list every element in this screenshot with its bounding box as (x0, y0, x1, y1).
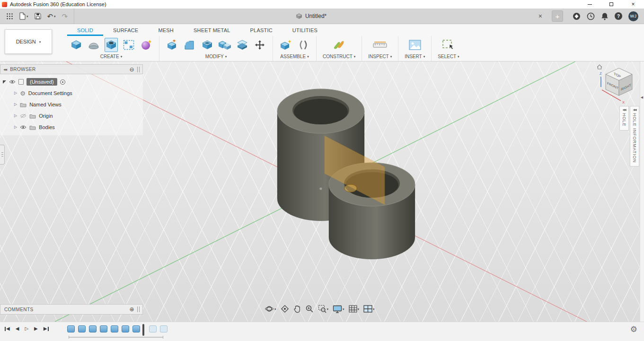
tab-utilities[interactable]: UTILITIES (282, 25, 327, 36)
modify-dropdown[interactable]: MODIFY▾ (205, 54, 227, 59)
skip-to-start-button[interactable]: ◀ (5, 326, 10, 331)
select-dropdown[interactable]: SELECT▾ (438, 54, 459, 59)
browser-header[interactable]: ◀◀ BROWSER ⊖ (0, 64, 143, 74)
revolve-icon[interactable] (87, 38, 100, 52)
timeline-feature-marker[interactable] (89, 325, 97, 332)
expand-caret-icon[interactable]: ▷ (14, 125, 17, 129)
expand-caret-icon[interactable]: ▷ (14, 114, 17, 118)
tab-surface[interactable]: SURFACE (103, 25, 148, 36)
timeline-feature-marker[interactable] (100, 325, 107, 332)
new-component-icon[interactable] (279, 38, 292, 52)
form-icon[interactable] (140, 38, 153, 52)
hole-icon[interactable] (105, 38, 118, 52)
job-status-clock-icon[interactable] (587, 12, 595, 20)
timeline-feature-marker[interactable] (67, 325, 75, 332)
visibility-off-eye-icon[interactable] (20, 114, 26, 118)
extrude-icon[interactable] (70, 38, 83, 52)
timeline-settings-gear-icon[interactable]: ⚙ (630, 325, 637, 333)
panel-grip-icon[interactable] (137, 67, 140, 72)
redo-button[interactable]: ↷ (62, 13, 68, 20)
save-button[interactable] (35, 13, 41, 19)
expand-caret-icon[interactable]: ▷ (14, 91, 17, 95)
panel-resize-grip[interactable] (0, 145, 5, 165)
zoom-icon[interactable] (304, 304, 315, 314)
press-pull-icon[interactable] (166, 38, 179, 52)
skip-to-end-button[interactable]: ▶ (44, 326, 49, 331)
origin-point[interactable] (319, 187, 322, 190)
fillet-icon[interactable] (183, 38, 196, 52)
document-name-chip[interactable]: (Unsaved) (26, 78, 57, 86)
measure-icon[interactable] (373, 38, 387, 52)
expand-circle-icon[interactable]: ⊕ (130, 306, 134, 312)
viewcube-home-icon[interactable] (597, 65, 602, 69)
tab-mesh[interactable]: MESH (148, 25, 184, 36)
shell-icon[interactable] (201, 38, 214, 52)
visibility-eye-icon[interactable] (9, 79, 16, 84)
step-back-button[interactable]: ◀ (16, 326, 19, 331)
browser-item-origin[interactable]: ▷ Origin (0, 110, 143, 122)
select-icon[interactable] (442, 38, 455, 52)
timeline-feature-marker[interactable] (122, 325, 129, 332)
extensions-icon[interactable] (573, 12, 581, 20)
document-tab[interactable]: Untitled* × (74, 9, 548, 24)
timeline-zoom-slider[interactable] (69, 337, 163, 338)
close-window-button[interactable]: × (622, 0, 644, 9)
insert-image-icon[interactable] (408, 38, 422, 52)
construction-plane-icon[interactable] (333, 38, 346, 52)
timeline-feature-marker[interactable] (111, 325, 118, 332)
look-at-icon[interactable] (279, 304, 291, 314)
browser-item-document-settings[interactable]: ▷ ⚙ Document Settings (0, 87, 143, 99)
timeline-feature-marker[interactable] (78, 325, 86, 332)
tab-sheet-metal[interactable]: SHEET METAL (184, 25, 240, 36)
hole-information-tab[interactable]: ◀◀ HOLE INFORMATION (630, 106, 639, 166)
timeline-feature-marker[interactable] (160, 325, 168, 332)
comments-bar[interactable]: COMMENTS ⊕ (0, 304, 143, 315)
combine-icon[interactable] (218, 38, 231, 52)
timeline-feature-marker[interactable] (132, 325, 140, 332)
joint-icon[interactable] (297, 38, 310, 52)
viewport-3d[interactable]: TOP FRONT RIGHT Z X ◀ ◀◀ HOLE ◀◀ HOLE IN… (0, 61, 644, 322)
collapse-circle-icon[interactable]: ⊖ (130, 67, 134, 72)
fit-icon[interactable]: ▾ (317, 304, 330, 314)
notifications-bell-icon[interactable] (601, 12, 609, 20)
construct-dropdown[interactable]: CONSTRUCT▾ (323, 54, 355, 59)
inspect-dropdown[interactable]: INSPECT▾ (368, 54, 392, 59)
show-data-panel-button[interactable] (6, 13, 13, 20)
sketch-circle[interactable] (344, 184, 357, 192)
assemble-dropdown[interactable]: ASSEMBLE▾ (280, 54, 309, 59)
tab-solid[interactable]: SOLID (67, 25, 103, 36)
collapse-chevron-icon[interactable]: ◀◀ (3, 68, 7, 71)
file-menu-button[interactable]: ▾ (19, 12, 28, 20)
expand-caret-icon[interactable]: ▷ (14, 103, 17, 106)
orbit-icon[interactable]: ▾ (263, 304, 278, 314)
help-icon[interactable]: ? (615, 12, 622, 20)
new-document-tab-button[interactable]: + (552, 10, 563, 22)
maximize-button[interactable] (600, 0, 622, 9)
play-button[interactable]: ▷ (25, 326, 28, 331)
minimize-button[interactable] (579, 0, 600, 9)
browser-item-bodies[interactable]: ▷ Bodies (0, 122, 143, 133)
expand-panel-chevron-icon[interactable]: ◀ (640, 96, 644, 99)
display-settings-icon[interactable]: ▾ (331, 304, 346, 314)
move-copy-icon[interactable] (253, 38, 266, 52)
timeline-playhead[interactable] (142, 324, 144, 336)
activate-component-radio-icon[interactable] (60, 79, 65, 85)
hole-dialog-tab[interactable]: ◀◀ HOLE (619, 106, 629, 131)
timeline-feature-marker[interactable] (149, 325, 157, 332)
user-avatar[interactable]: WJ (628, 11, 638, 21)
close-tab-icon[interactable]: × (538, 13, 542, 19)
grid-snaps-icon[interactable]: ▾ (347, 304, 361, 314)
create-dropdown[interactable]: CREATE▾ (100, 54, 122, 59)
tab-plastic[interactable]: PLASTIC (240, 25, 282, 36)
pan-icon[interactable] (292, 304, 302, 314)
workspace-selector[interactable]: DESIGN ▾ (5, 29, 52, 54)
visibility-eye-icon[interactable] (20, 125, 26, 130)
step-forward-button[interactable]: ▶ (34, 326, 38, 331)
rectangular-pattern-icon[interactable] (122, 38, 135, 52)
undo-button[interactable]: ↶▾ (47, 13, 56, 20)
viewcube[interactable]: TOP FRONT RIGHT Z X (594, 62, 644, 107)
insert-dropdown[interactable]: INSERT▾ (405, 54, 425, 59)
panel-grip-icon[interactable] (137, 306, 140, 312)
browser-root-row[interactable]: (Unsaved) (0, 76, 143, 87)
browser-item-named-views[interactable]: ▷ Named Views (0, 99, 143, 110)
